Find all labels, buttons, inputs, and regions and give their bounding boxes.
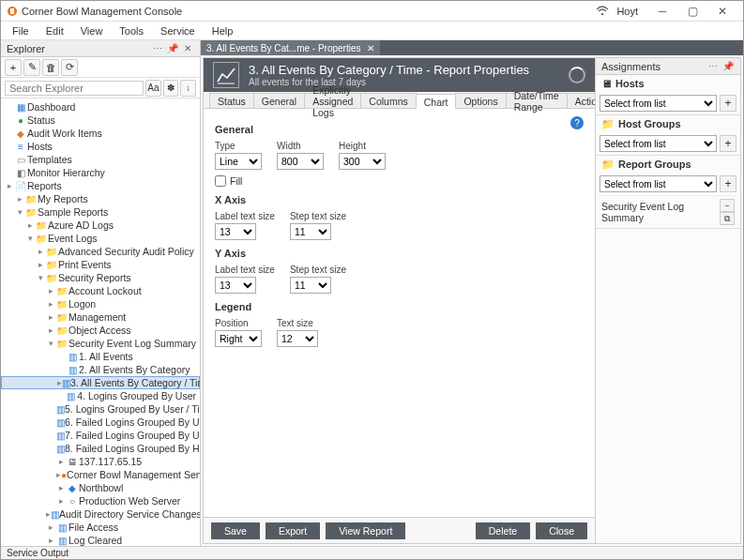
delete-button[interactable]: 🗑 xyxy=(42,59,59,76)
svg-point-2 xyxy=(601,12,603,14)
close-button[interactable]: Close xyxy=(536,522,587,539)
minimize-button[interactable]: ─ xyxy=(647,2,677,21)
delete-report-button[interactable]: Delete xyxy=(476,522,530,539)
tree-item[interactable]: ▸📁Object Access xyxy=(1,324,200,337)
explorer-tree[interactable]: ▦Dashboard●Status◆Audit Work Items≡Hosts… xyxy=(1,98,200,546)
menu-file[interactable]: File xyxy=(5,23,37,38)
tree-item[interactable]: ▸📁Print Events xyxy=(1,258,200,271)
tree-item[interactable]: ▸📁My Reports xyxy=(1,192,200,205)
height-select[interactable]: 300 xyxy=(339,153,386,170)
view-report-button[interactable]: View Report xyxy=(326,522,405,539)
tree-item[interactable]: ▭Templates xyxy=(1,153,200,166)
hosts-add-button[interactable]: + xyxy=(720,95,736,112)
reportgroup-item[interactable]: Security Event Log Summary −⧉ xyxy=(596,195,740,228)
tree-item[interactable]: ▸📁Advanced Security Audit Policy xyxy=(1,245,200,258)
tree-report-item[interactable]: ▥5. Logins Grouped By User / Time xyxy=(1,402,200,416)
y-lts-select[interactable]: 13 xyxy=(215,277,256,294)
search-input[interactable] xyxy=(5,81,144,96)
tree-item[interactable]: ◧Monitor Hierarchy xyxy=(1,166,200,179)
doc-tab-close-icon[interactable]: ✕ xyxy=(367,43,374,53)
tree-item[interactable]: ▸▥File Access xyxy=(1,521,200,534)
tree-item[interactable]: ▸▥Log Cleared xyxy=(1,534,200,546)
tree-report-item[interactable]: ▥8. Failed Logins Grouped By Host xyxy=(1,442,200,455)
panel-close-icon[interactable]: ✕ xyxy=(181,42,194,55)
x-lts-select[interactable]: 13 xyxy=(215,223,256,240)
tree-item[interactable]: ▸📁Logon xyxy=(1,297,200,310)
add-button[interactable]: + xyxy=(5,59,22,76)
assign-options-icon[interactable]: ⋯ xyxy=(706,60,720,73)
tree-item[interactable]: ▾📁Event Logs xyxy=(1,232,200,245)
menu-tools[interactable]: Tools xyxy=(112,23,151,38)
refresh-button[interactable]: ⟳ xyxy=(61,59,78,76)
fill-checkbox[interactable]: Fill xyxy=(215,175,584,187)
width-select[interactable]: 800 xyxy=(277,153,324,170)
edit-button[interactable]: ✎ xyxy=(23,59,40,76)
tree-item[interactable]: ▸📁Management xyxy=(1,310,200,324)
subtab-options[interactable]: Options xyxy=(455,93,506,108)
subtab-date-time-range[interactable]: Date/Time Range xyxy=(506,93,568,108)
menu-service[interactable]: Service xyxy=(153,23,203,38)
subtab-explicitly-assigned-logs[interactable]: Explicitly Assigned Logs xyxy=(304,93,361,108)
item-remove-icon[interactable]: − xyxy=(720,199,735,212)
tree-item[interactable]: ●Status xyxy=(1,114,200,127)
close-window-button[interactable]: ✕ xyxy=(707,2,737,21)
tree-item[interactable]: ▸📁Azure AD Logs xyxy=(1,219,200,232)
subtab-status[interactable]: Status xyxy=(209,93,254,108)
tree-item[interactable]: ▸◆Northbowl xyxy=(1,481,200,494)
menu-help[interactable]: Help xyxy=(205,23,241,38)
tree-item[interactable]: ▸🖥137.117.65.15 xyxy=(1,455,200,468)
legend-pos-select[interactable]: Right xyxy=(215,330,262,347)
search-down-button[interactable]: ↓ xyxy=(180,80,196,97)
tree-report-item[interactable]: ▥1. All Events xyxy=(1,350,200,363)
subtab-general[interactable]: General xyxy=(253,93,305,108)
panel-pin-icon[interactable]: 📌 xyxy=(166,42,179,55)
tree-report-item[interactable]: ▥2. All Events By Category xyxy=(1,363,200,376)
item-copy-icon[interactable]: ⧉ xyxy=(720,212,735,225)
panel-options-icon[interactable]: ⋯ xyxy=(151,42,164,55)
hostgroups-select[interactable]: Select from list xyxy=(600,135,717,152)
app-icon xyxy=(7,6,18,17)
match-whole-button[interactable]: ✽ xyxy=(163,80,179,97)
subtab-columns[interactable]: Columns xyxy=(360,93,416,108)
type-select[interactable]: Line xyxy=(215,153,262,170)
reportgroups-add-button[interactable]: + xyxy=(720,175,736,192)
x-sts-label: Step text size xyxy=(290,211,346,221)
match-case-button[interactable]: Aa xyxy=(145,80,161,97)
wifi-icon xyxy=(596,6,609,17)
tree-item[interactable]: ▸▥Audit Directory Service Changes (Corre… xyxy=(1,507,200,521)
tree-item[interactable]: ▸📁Account Lockout xyxy=(1,284,200,297)
tree-item[interactable]: ◆Audit Work Items xyxy=(1,127,200,140)
tree-item[interactable]: ▾📁Security Event Log Summary xyxy=(1,337,200,350)
x-sts-select[interactable]: 11 xyxy=(290,223,331,240)
tree-item[interactable]: ▾📁Sample Reports xyxy=(1,205,200,219)
help-icon[interactable]: ? xyxy=(570,116,584,129)
menu-view[interactable]: View xyxy=(73,23,111,38)
subtab-chart[interactable]: Chart xyxy=(416,94,457,109)
tree-item[interactable]: ▸○Production Web Server xyxy=(1,494,200,507)
hostgroups-add-button[interactable]: + xyxy=(720,135,736,152)
footer: Save Export View Report Delete Close xyxy=(204,517,595,543)
tree-item[interactable]: ≡Hosts xyxy=(1,140,200,153)
tree-item[interactable]: ▦Dashboard xyxy=(1,100,200,114)
assign-pin-icon[interactable]: 📌 xyxy=(721,60,735,73)
tree-report-item[interactable]: ▸▥3. All Events By Category / Time xyxy=(1,376,200,389)
menu-edit[interactable]: Edit xyxy=(38,23,71,38)
tree-item[interactable]: ▸●Corner Bowl Management Server xyxy=(1,468,200,481)
legend-ts-select[interactable]: 12 xyxy=(277,330,318,347)
tree-report-item[interactable]: ▥4. Logins Grouped By User xyxy=(1,389,200,402)
folder-icon: 📁 xyxy=(601,118,615,130)
doc-tab[interactable]: 3. All Events By Cat...me - Properties ✕ xyxy=(201,40,380,55)
document-tabbar: 3. All Events By Cat...me - Properties ✕ xyxy=(201,40,743,55)
tree-report-item[interactable]: ▥7. Failed Logins Grouped By User / Time xyxy=(1,429,200,442)
y-sts-select[interactable]: 11 xyxy=(290,277,331,294)
maximize-button[interactable]: ▢ xyxy=(677,2,707,21)
tree-report-item[interactable]: ▥6. Failed Logins Grouped By User xyxy=(1,416,200,429)
tree-item[interactable]: ▸📄Reports xyxy=(1,179,200,192)
reportgroups-select[interactable]: Select from list xyxy=(600,175,717,192)
export-button[interactable]: Export xyxy=(266,522,320,539)
tree-item[interactable]: ▾📁Security Reports xyxy=(1,271,200,284)
save-button[interactable]: Save xyxy=(211,522,260,539)
menubar: File Edit View Tools Service Help xyxy=(1,22,743,40)
report-chart-icon xyxy=(213,62,239,88)
hosts-select[interactable]: Select from list xyxy=(600,95,717,112)
